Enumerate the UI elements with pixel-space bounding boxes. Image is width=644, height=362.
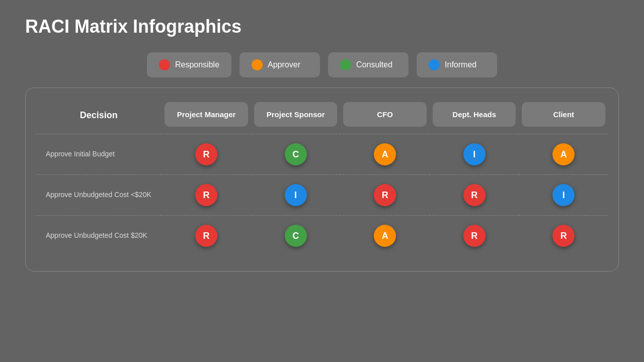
responsible-label: Responsible xyxy=(175,60,219,69)
cell-project-sponsor-row-2: C xyxy=(251,215,341,256)
matrix-container: DecisionProject ManagerProject SponsorCF… xyxy=(25,87,619,272)
cell-project-sponsor-row-1: I xyxy=(251,174,341,215)
table-row: Approve Unbudgeted Cost $20KRCARR xyxy=(36,215,608,256)
informed-label: Informed xyxy=(445,60,476,69)
badge-R-dept-heads-1: R xyxy=(463,184,486,206)
badge-R-project-manager-1: R xyxy=(195,184,217,206)
badge-A-cfo-2: A xyxy=(374,225,396,247)
cell-client-row-2: R xyxy=(519,215,608,256)
column-headers: DecisionProject ManagerProject SponsorCF… xyxy=(36,100,608,134)
matrix-table: DecisionProject ManagerProject SponsorCF… xyxy=(36,100,608,256)
approver-label: Approver xyxy=(268,60,300,69)
badge-C-project-sponsor-0: C xyxy=(285,143,307,165)
legend-item-responsible: Responsible xyxy=(147,52,231,77)
badge-R-project-manager-0: R xyxy=(195,143,217,165)
col-header-project-sponsor: Project Sponsor xyxy=(251,100,341,134)
informed-dot xyxy=(429,59,440,70)
cell-dept-heads-row-1: R xyxy=(430,174,519,215)
header-client: Client xyxy=(522,102,605,127)
header-cfo: CFO xyxy=(343,102,427,127)
consulted-dot xyxy=(340,59,351,70)
cell-project-sponsor-row-0: C xyxy=(251,134,341,174)
legend-item-informed: Informed xyxy=(417,52,497,77)
col-header-decision: Decision xyxy=(36,100,162,134)
cell-dept-heads-row-0: I xyxy=(430,134,519,174)
header-dept-heads: Dept. Heads xyxy=(433,102,516,127)
badge-I-dept-heads-0: I xyxy=(463,143,486,165)
cell-dept-heads-row-2: R xyxy=(430,215,519,256)
cell-project-manager-row-0: R xyxy=(162,134,251,174)
col-header-cfo: CFO xyxy=(340,100,430,134)
cell-project-manager-row-2: R xyxy=(162,215,251,256)
cell-project-manager-row-1: R xyxy=(162,174,251,215)
approver-dot xyxy=(252,59,263,70)
matrix-body: Approve Initial BudgetRCAIAApprove Unbud… xyxy=(36,134,608,256)
decision-label-0: Approve Initial Budget xyxy=(36,134,162,174)
decision-label-1: Approve Unbudgeted Cost <$20K xyxy=(36,174,162,215)
legend-item-consulted: Consulted xyxy=(328,52,409,77)
col-header-client: Client xyxy=(519,100,608,134)
cell-client-row-0: A xyxy=(519,134,608,174)
consulted-label: Consulted xyxy=(356,60,392,69)
badge-R-cfo-1: R xyxy=(374,184,396,206)
cell-cfo-row-1: R xyxy=(340,174,430,215)
decision-header: Decision xyxy=(39,102,158,129)
cell-cfo-row-0: A xyxy=(340,134,430,174)
legend-item-approver: Approver xyxy=(239,52,320,77)
badge-A-cfo-0: A xyxy=(374,143,396,165)
responsible-dot xyxy=(159,59,170,70)
decision-label-2: Approve Unbudgeted Cost $20K xyxy=(36,215,162,256)
badge-R-project-manager-2: R xyxy=(195,225,217,247)
badge-I-project-sponsor-1: I xyxy=(285,184,307,206)
badge-C-project-sponsor-2: C xyxy=(285,225,307,247)
table-row: Approve Initial BudgetRCAIA xyxy=(36,134,608,174)
header-project-sponsor: Project Sponsor xyxy=(254,102,338,127)
col-header-project-manager: Project Manager xyxy=(162,100,251,134)
legend: Responsible Approver Consulted Informed xyxy=(0,52,644,77)
header-project-manager: Project Manager xyxy=(165,102,248,127)
badge-I-client-1: I xyxy=(552,184,575,206)
badge-R-client-2: R xyxy=(552,225,575,247)
col-header-dept-heads: Dept. Heads xyxy=(430,100,519,134)
cell-client-row-1: I xyxy=(519,174,608,215)
cell-cfo-row-2: A xyxy=(340,215,430,256)
table-row: Approve Unbudgeted Cost <$20KRIRRI xyxy=(36,174,608,215)
page-title: RACI Matrix Infographics xyxy=(0,0,644,47)
badge-A-client-0: A xyxy=(552,143,575,165)
badge-R-dept-heads-2: R xyxy=(463,225,486,247)
